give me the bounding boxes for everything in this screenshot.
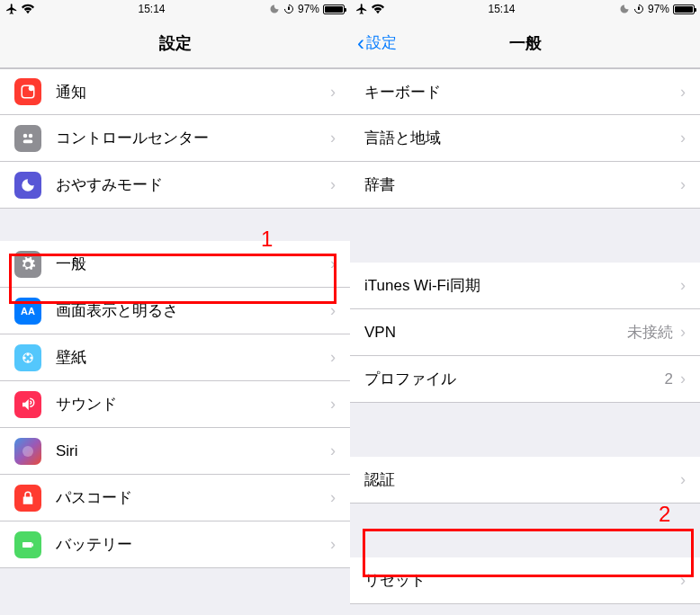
svg-point-9 xyxy=(23,356,26,359)
group-separator xyxy=(350,504,700,557)
row-dnd[interactable]: おやすみモード › xyxy=(0,162,350,209)
status-bar: 15:14 97% xyxy=(350,0,700,18)
svg-rect-11 xyxy=(22,542,32,548)
row-vpn[interactable]: VPN 未接続 › xyxy=(350,309,700,356)
row-keyboard[interactable]: キーボード › xyxy=(350,68,700,115)
status-time: 15:14 xyxy=(138,3,165,15)
row-detail: 2 xyxy=(665,370,673,388)
status-bar: 15:14 97% xyxy=(0,0,350,18)
row-label: VPN xyxy=(364,324,627,342)
notification-icon xyxy=(14,78,41,105)
settings-list[interactable]: 通知 › コントロールセンター › おやすみモード › 一般 › xyxy=(0,68,350,615)
group-separator xyxy=(0,209,350,241)
battery-icon xyxy=(673,4,695,14)
row-language-region[interactable]: 言語と地域 › xyxy=(350,115,700,162)
row-label: 言語と地域 xyxy=(364,128,680,148)
gear-icon xyxy=(14,251,41,278)
row-label: 認証 xyxy=(364,469,680,490)
general-list[interactable]: キーボード › 言語と地域 › 辞書 › iTunes Wi-Fi同期 › VP… xyxy=(350,68,700,615)
chevron-right-icon: › xyxy=(680,370,686,388)
row-dictionary[interactable]: 辞書 › xyxy=(350,162,700,209)
row-reset[interactable]: リセット › xyxy=(350,557,700,604)
row-label: コントロールセンター xyxy=(56,128,330,148)
row-label: 一般 xyxy=(56,254,330,274)
page-title: 設定 xyxy=(159,32,192,54)
row-sound[interactable]: サウンド › xyxy=(0,381,350,428)
battery-percent: 97% xyxy=(648,3,669,15)
group-separator xyxy=(350,403,700,457)
chevron-right-icon: › xyxy=(680,470,686,489)
row-label: 通知 xyxy=(56,82,330,102)
chevron-right-icon: › xyxy=(680,276,686,295)
chevron-left-icon: ‹ xyxy=(357,32,364,54)
svg-rect-12 xyxy=(32,543,34,546)
chevron-right-icon: › xyxy=(680,129,686,147)
chevron-right-icon: › xyxy=(330,175,336,194)
chevron-right-icon: › xyxy=(330,348,336,367)
svg-point-2 xyxy=(23,133,28,138)
lock-rotation-icon xyxy=(633,4,644,14)
row-wallpaper[interactable]: 壁紙 › xyxy=(0,334,350,381)
row-control-center[interactable]: コントロールセンター › xyxy=(0,115,350,162)
svg-rect-4 xyxy=(23,139,33,143)
moon-icon xyxy=(619,4,630,14)
chevron-right-icon: › xyxy=(330,254,336,273)
back-label: 設定 xyxy=(366,32,397,53)
row-label: サウンド xyxy=(56,394,330,414)
svg-point-6 xyxy=(27,352,30,355)
status-time: 15:14 xyxy=(488,3,515,15)
annotation-2: 2 xyxy=(659,502,670,527)
svg-point-8 xyxy=(27,360,30,362)
chevron-right-icon: › xyxy=(330,395,336,414)
chevron-right-icon: › xyxy=(330,129,336,147)
chevron-right-icon: › xyxy=(680,323,686,342)
wifi-icon xyxy=(372,3,384,15)
sound-icon xyxy=(14,391,41,418)
row-detail: 未接続 xyxy=(627,322,673,343)
row-auth[interactable]: 認証 › xyxy=(350,457,700,504)
svg-point-7 xyxy=(30,356,32,359)
back-button[interactable]: ‹ 設定 xyxy=(357,32,397,54)
lock-icon xyxy=(14,485,41,512)
chevron-right-icon: › xyxy=(330,535,336,554)
row-siri[interactable]: Siri › xyxy=(0,428,350,475)
chevron-right-icon: › xyxy=(680,175,686,194)
row-label: おやすみモード xyxy=(56,174,330,195)
nav-bar: ‹ 設定 一般 xyxy=(350,18,700,68)
row-general[interactable]: 一般 › xyxy=(0,241,350,288)
dnd-icon xyxy=(14,172,41,199)
row-label: 壁紙 xyxy=(56,347,330,368)
svg-point-3 xyxy=(29,133,33,138)
chevron-right-icon: › xyxy=(330,83,336,102)
row-label: 画面表示と明るさ xyxy=(56,300,330,321)
battery-icon xyxy=(323,4,345,14)
chevron-right-icon: › xyxy=(680,83,686,102)
siri-icon xyxy=(14,438,41,465)
nav-bar: 設定 xyxy=(0,18,350,68)
row-battery[interactable]: バッテリー › xyxy=(0,521,350,568)
wifi-icon xyxy=(22,3,34,15)
chevron-right-icon: › xyxy=(680,571,686,590)
row-label: リセット xyxy=(364,570,680,591)
row-label: iTunes Wi-Fi同期 xyxy=(364,275,680,296)
chevron-right-icon: › xyxy=(330,301,336,320)
row-itunes-wifi-sync[interactable]: iTunes Wi-Fi同期 › xyxy=(350,263,700,309)
page-title: 一般 xyxy=(509,32,542,54)
row-label: パスコード xyxy=(56,487,330,508)
row-notification[interactable]: 通知 › xyxy=(0,68,350,115)
row-display[interactable]: AA 画面表示と明るさ › xyxy=(0,288,350,334)
battery-percent: 97% xyxy=(298,3,319,15)
display-icon: AA xyxy=(14,298,41,325)
general-screen: 15:14 97% ‹ 設定 一般 キーボード › 言語と地域 › 辞書 xyxy=(350,0,700,615)
svg-point-1 xyxy=(29,85,34,91)
row-label: 辞書 xyxy=(364,174,680,195)
battery-icon xyxy=(14,531,41,558)
row-label: Siri xyxy=(56,442,330,460)
row-label: プロファイル xyxy=(364,369,665,389)
row-passcode[interactable]: パスコード › xyxy=(0,475,350,521)
annotation-1: 1 xyxy=(261,227,273,252)
row-profile[interactable]: プロファイル 2 › xyxy=(350,356,700,403)
control-center-icon xyxy=(14,125,41,152)
moon-icon xyxy=(269,4,280,14)
row-label: バッテリー xyxy=(56,534,330,555)
